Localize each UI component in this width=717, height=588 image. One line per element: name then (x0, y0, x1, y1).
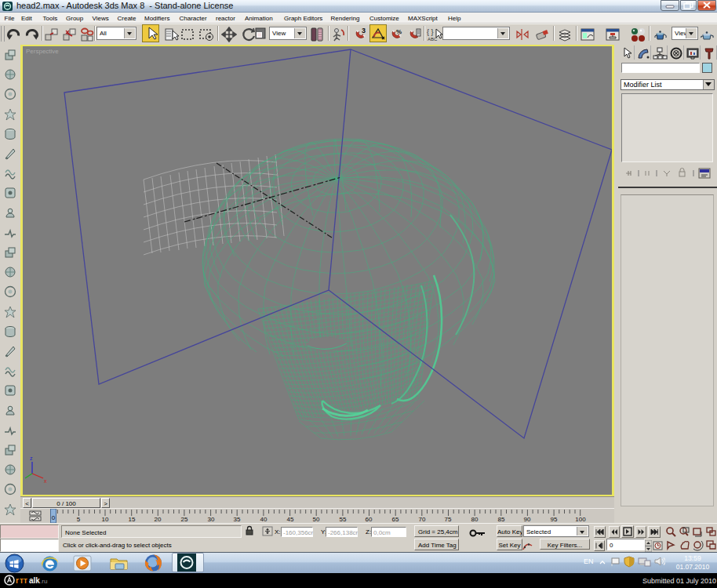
svg-text:85: 85 (498, 516, 505, 523)
svg-text:70: 70 (419, 516, 426, 523)
svg-text:%: % (396, 28, 402, 35)
svg-text:{ }: { } (427, 28, 434, 36)
svg-text:25: 25 (181, 516, 188, 523)
svg-text:10: 10 (102, 516, 109, 523)
svg-text:x: x (44, 478, 47, 484)
svg-text:z: z (30, 456, 33, 461)
svg-text:95: 95 (551, 516, 558, 523)
svg-text:45: 45 (287, 516, 294, 523)
svg-text:r: r (16, 576, 19, 585)
svg-text:20: 20 (155, 516, 162, 523)
svg-text:75: 75 (445, 516, 452, 523)
svg-text:3: 3 (362, 27, 366, 34)
svg-text:60: 60 (366, 516, 373, 523)
svg-text:5: 5 (77, 516, 81, 523)
svg-text:30: 30 (208, 516, 215, 523)
svg-text:15: 15 (129, 516, 136, 523)
svg-text:65: 65 (392, 516, 399, 523)
svg-text:100: 100 (575, 516, 586, 523)
svg-text:90: 90 (524, 516, 531, 523)
svg-text:0: 0 (52, 514, 56, 521)
svg-text:55: 55 (340, 516, 347, 523)
svg-text:50: 50 (313, 516, 320, 523)
svg-text:.ru: .ru (40, 578, 47, 585)
svg-text:тт: тт (20, 576, 27, 585)
svg-text:80: 80 (471, 516, 479, 523)
svg-text:40: 40 (260, 516, 268, 523)
svg-text:35: 35 (234, 516, 241, 523)
svg-text:alk: alk (29, 576, 40, 585)
